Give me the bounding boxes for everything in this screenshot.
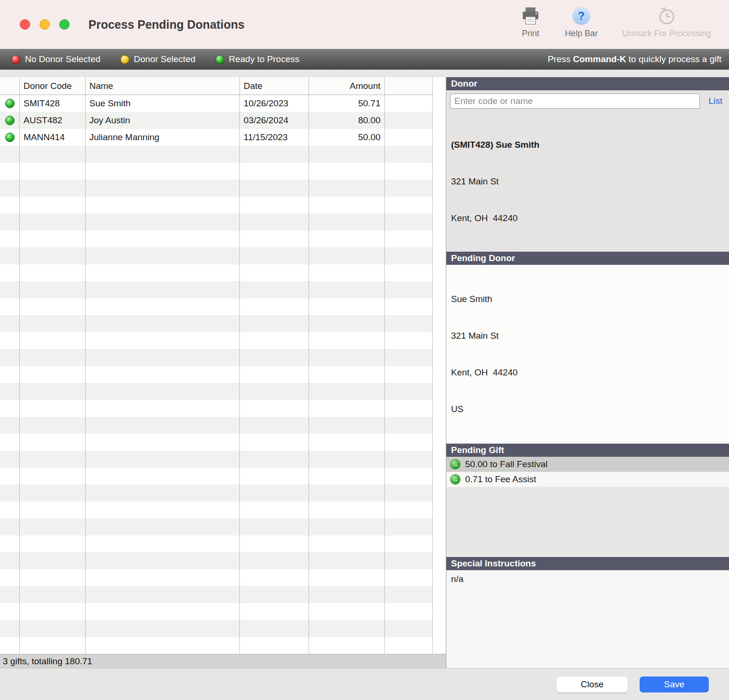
cell-extra (385, 129, 433, 146)
selected-donor-info: (SMIT428) Sue Smith 321 Main St Kent, OH… (446, 111, 729, 252)
column-header-date: Date (240, 77, 309, 95)
close-window-button[interactable] (20, 19, 30, 30)
legend-bar: No Donor Selected Donor Selected Ready t… (0, 49, 729, 70)
table-row-empty[interactable] (0, 197, 433, 214)
gift-item-label: 0.71 to Fee Assist (465, 474, 536, 485)
window-title: Process Pending Donations (88, 18, 245, 32)
yellow-status-icon (120, 55, 129, 64)
table-row-empty[interactable] (0, 535, 433, 552)
unmark-for-processing-button: Unmark For Processing (622, 6, 711, 39)
table-row-empty[interactable] (0, 247, 433, 264)
print-label: Print (522, 29, 539, 39)
cell-extra (385, 112, 433, 129)
clock-history-icon (657, 6, 676, 26)
legend-donor-selected: Donor Selected (120, 54, 196, 64)
donor-list-link[interactable]: List (708, 96, 722, 106)
cell-name: Julianne Manning (86, 129, 240, 146)
help-icon: ? (572, 6, 590, 26)
shortcut-hint: Press Command-K to quickly process a gif… (547, 54, 721, 64)
pending-gift-section-header: Pending Gift (446, 444, 729, 457)
table-row[interactable]: MANN414 Julianne Manning 11/15/2023 50.0… (0, 129, 433, 146)
pending-donor-section-header: Pending Donor (446, 252, 729, 265)
table-row-empty[interactable] (0, 552, 433, 569)
gift-item-label: 50.00 to Fall Festival (465, 459, 547, 469)
help-bar-label: Help Bar (565, 29, 598, 39)
pending-donor-line: Kent, OH 44240 (451, 366, 724, 379)
table-row-empty[interactable] (0, 501, 433, 518)
legend-label: Ready to Process (229, 54, 300, 64)
help-bar-button[interactable]: ? Help Bar (565, 6, 598, 39)
table-row-empty[interactable] (0, 400, 433, 417)
table-row-empty[interactable] (0, 518, 433, 535)
table-row-empty[interactable] (0, 620, 433, 637)
table-row-empty[interactable] (0, 315, 433, 332)
pending-donor-line: US (451, 403, 724, 415)
table-row-empty[interactable] (0, 146, 433, 163)
column-header-extra (385, 77, 433, 95)
table-row-empty[interactable] (0, 383, 433, 400)
table-row[interactable]: AUST482 Joy Austin 03/26/2024 80.00 (0, 112, 433, 129)
table-row-empty[interactable] (0, 434, 433, 451)
red-status-icon (11, 55, 20, 64)
cell-donor-code: SMIT428 (20, 95, 86, 112)
gift-item[interactable]: → 50.00 to Fall Festival (446, 457, 729, 472)
titlebar: Process Pending Donations Print (0, 0, 729, 49)
table-row-empty[interactable] (0, 281, 433, 298)
table-body: SMIT428 Sue Smith 10/26/2023 50.71 AUST4… (0, 95, 446, 654)
table-row-empty[interactable] (0, 468, 433, 485)
donor-section-header: Donor (446, 77, 729, 90)
zoom-window-button[interactable] (59, 19, 70, 30)
table-row-empty[interactable] (0, 163, 433, 180)
table-row-empty[interactable] (0, 417, 433, 434)
table-row-empty[interactable] (0, 451, 433, 468)
table-header: Donor Code Name Date Amount (0, 77, 433, 95)
status-ready-icon (5, 133, 15, 142)
table-row[interactable]: SMIT428 Sue Smith 10/26/2023 50.71 (0, 95, 433, 112)
table-row-empty[interactable] (0, 231, 433, 247)
table-row-empty[interactable] (0, 569, 433, 586)
pending-gifts-table: Donor Code Name Date Amount SMIT428 Sue … (0, 77, 446, 668)
minimize-window-button[interactable] (40, 19, 50, 30)
column-header-name: Name (86, 77, 240, 95)
cell-date: 03/26/2024 (240, 112, 309, 129)
table-row-empty[interactable] (0, 603, 433, 620)
special-instructions-header: Special Instructions (446, 557, 729, 570)
table-row-empty[interactable] (0, 180, 433, 197)
table-row-empty[interactable] (0, 264, 433, 281)
cell-donor-code: MANN414 (20, 129, 86, 146)
bottom-bar: Close Save (0, 668, 729, 700)
column-header-amount: Amount (309, 77, 385, 95)
save-button[interactable]: Save (640, 676, 709, 692)
donor-search-input[interactable] (450, 94, 700, 109)
hint-suffix: to quickly process a gift (629, 54, 721, 64)
print-button[interactable]: Print (521, 6, 540, 39)
cell-date: 10/26/2023 (240, 95, 309, 112)
table-row-empty[interactable] (0, 298, 433, 315)
unmark-label: Unmark For Processing (622, 29, 711, 39)
table-row-empty[interactable] (0, 214, 433, 231)
cell-amount: 80.00 (309, 112, 385, 129)
column-header-donor-code: Donor Code (20, 77, 86, 95)
table-row-empty[interactable] (0, 586, 433, 603)
selected-donor-name: (SMIT428) Sue Smith (451, 139, 724, 151)
table-row-empty[interactable] (0, 485, 433, 501)
traffic-lights (20, 19, 70, 30)
cell-name: Sue Smith (86, 95, 240, 112)
legend-label: Donor Selected (134, 54, 196, 64)
gift-item[interactable]: → 0.71 to Fee Assist (446, 472, 729, 487)
table-row-empty[interactable] (0, 366, 433, 383)
table-row-empty[interactable] (0, 332, 433, 349)
status-ready-icon (5, 99, 15, 108)
special-instructions-value: n/a (446, 570, 729, 668)
pending-donor-line: 321 Main St (451, 330, 724, 342)
table-row-empty[interactable] (0, 349, 433, 366)
status-ready-icon (5, 116, 15, 125)
cell-amount: 50.00 (309, 129, 385, 146)
legend-label: No Donor Selected (25, 54, 101, 64)
close-button[interactable]: Close (556, 676, 628, 692)
legend-no-donor-selected: No Donor Selected (11, 54, 101, 64)
cell-amount: 50.71 (309, 95, 385, 112)
legend-items: No Donor Selected Donor Selected Ready t… (11, 54, 299, 64)
table-row-empty[interactable] (0, 637, 433, 654)
toolbar: Print ? Help Bar Unmark For Processing (521, 6, 711, 39)
